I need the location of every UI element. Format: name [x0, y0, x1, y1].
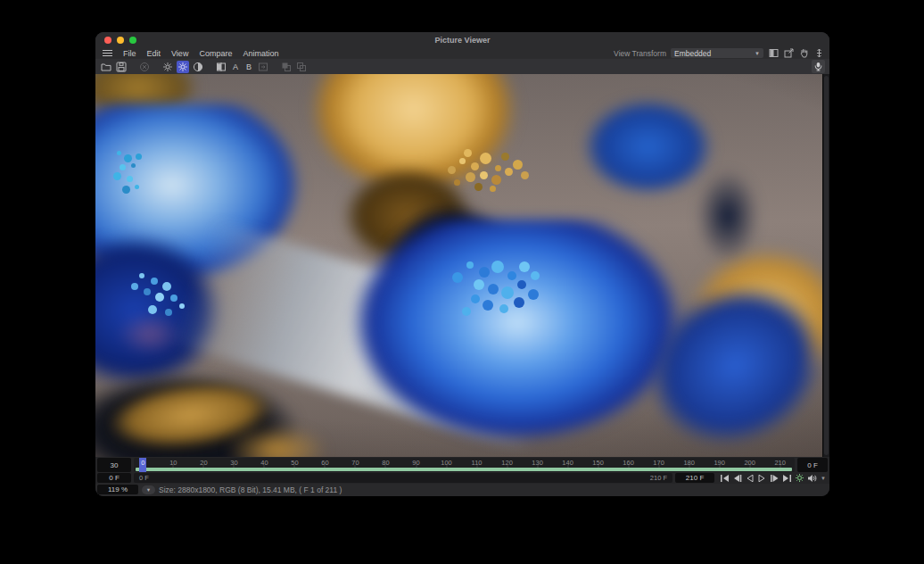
end-frame-field[interactable]: 210 F	[675, 473, 714, 483]
contrast-icon[interactable]	[192, 61, 204, 73]
ruler-tick-170: 170	[653, 459, 664, 467]
image-viewport[interactable]	[95, 74, 829, 457]
preview-range-slider[interactable]: 0 F 210 F	[134, 473, 672, 483]
ruler-tick-60: 60	[321, 459, 328, 467]
microphone-icon[interactable]	[812, 60, 825, 73]
view-transform-label: View Transform	[614, 49, 666, 58]
ruler-tick-180: 180	[683, 459, 695, 467]
transport-options-dropdown[interactable]: ▼	[821, 476, 826, 481]
close-button[interactable]	[104, 37, 111, 44]
menu-bar: File Edit View Compare Animation View Tr…	[95, 47, 829, 59]
ruler-tick-40: 40	[260, 459, 268, 467]
ab-compare-icon[interactable]	[215, 61, 227, 73]
previous-frame-button[interactable]	[731, 473, 742, 483]
chevron-down-icon: ▼	[755, 51, 760, 56]
transport-controls: ▼	[717, 473, 828, 483]
range-row: 0 F 0 F 210 F 210 F	[95, 472, 829, 484]
compare-b-button[interactable]: B	[243, 62, 254, 71]
swap-ab-icon	[280, 61, 293, 73]
menu-edit[interactable]: Edit	[142, 49, 167, 58]
ruler-tick-210: 210	[774, 459, 786, 467]
delete-icon	[138, 61, 151, 73]
pin-icon[interactable]	[813, 48, 824, 59]
ruler-tick-150: 150	[592, 459, 604, 467]
rendered-image	[95, 74, 822, 457]
menu-view[interactable]: View	[166, 49, 194, 58]
ruler-tick-160: 160	[623, 459, 634, 467]
display-settings-gear-icon[interactable]	[177, 61, 189, 73]
ruler-tick-30: 30	[230, 459, 237, 467]
ruler-tick-140: 140	[562, 459, 573, 467]
image-info-text: Size: 2880x1800, RGB (8 Bit), 15.41 MB, …	[159, 485, 342, 494]
timeline-row: 30 0102030405060708090100110120130140150…	[95, 457, 829, 472]
menu-file[interactable]: File	[118, 49, 142, 58]
split-view-icon[interactable]	[768, 48, 779, 59]
settings-gear-icon[interactable]	[161, 61, 174, 73]
hand-pan-icon[interactable]	[798, 48, 809, 59]
open-folder-icon[interactable]	[100, 61, 112, 73]
vertical-scrollbar[interactable]	[822, 74, 829, 457]
set-b-icon	[257, 61, 269, 73]
zoom-level-field[interactable]: 119 %	[97, 485, 138, 494]
view-transform-dropdown[interactable]: Embedded ▼	[671, 48, 763, 58]
window-title: Picture Viewer	[95, 36, 829, 45]
ruler-tick-90: 90	[412, 459, 419, 467]
copy-channels-icon	[295, 61, 308, 73]
timeline-ruler[interactable]: 0102030405060708090100110120130140150160…	[134, 458, 795, 472]
ruler-tick-50: 50	[291, 459, 298, 467]
ruler-tick-20: 20	[200, 459, 207, 467]
scrollbar-thumb[interactable]	[824, 76, 829, 455]
ruler-tick-110: 110	[472, 459, 483, 467]
toolbar: A B	[95, 59, 829, 74]
save-icon[interactable]	[115, 61, 128, 73]
menu-animation[interactable]: Animation	[237, 49, 284, 58]
compare-a-button[interactable]: A	[230, 62, 241, 71]
ruler-tick-130: 130	[532, 459, 543, 467]
framerate-field[interactable]: 30	[97, 458, 131, 472]
minimize-button[interactable]	[117, 37, 124, 44]
sound-icon[interactable]	[806, 473, 817, 483]
detach-window-icon[interactable]	[783, 48, 794, 59]
ruler-tick-80: 80	[382, 459, 389, 467]
goto-end-button[interactable]	[781, 473, 792, 483]
hamburger-menu-icon[interactable]	[103, 50, 112, 56]
ruler-tick-190: 190	[714, 459, 725, 467]
loop-mode-icon[interactable]	[794, 473, 804, 483]
goto-start-button[interactable]	[719, 473, 730, 483]
next-frame-button[interactable]	[769, 473, 780, 483]
view-transform-value: Embedded	[674, 49, 711, 58]
picture-viewer-window: Picture Viewer File Edit View Compare An…	[95, 32, 829, 496]
play-forward-button[interactable]	[756, 473, 767, 483]
play-backward-button[interactable]	[744, 473, 755, 483]
title-bar[interactable]: Picture Viewer	[95, 32, 829, 47]
menu-compare[interactable]: Compare	[194, 49, 237, 58]
ruler-tick-0: 0	[141, 459, 144, 467]
current-frame-field[interactable]: 0 F	[97, 473, 131, 483]
range-end-label: 210 F	[650, 474, 667, 482]
status-bar: 119 % ▼ Size: 2880x1800, RGB (8 Bit), 15…	[95, 484, 829, 496]
ruler-tick-120: 120	[501, 459, 513, 467]
zoom-preset-dropdown[interactable]: ▼	[142, 485, 155, 494]
range-start-label: 0 F	[139, 474, 149, 482]
ruler-tick-100: 100	[441, 459, 452, 467]
ruler-tick-200: 200	[744, 459, 755, 467]
ruler-tick-10: 10	[169, 459, 177, 467]
ruler-tick-70: 70	[351, 459, 359, 467]
traffic-lights	[104, 37, 136, 44]
cached-frames-bar	[136, 468, 792, 471]
zoom-window-button[interactable]	[129, 37, 136, 44]
cursor-frame-field[interactable]: 0 F	[797, 458, 828, 472]
